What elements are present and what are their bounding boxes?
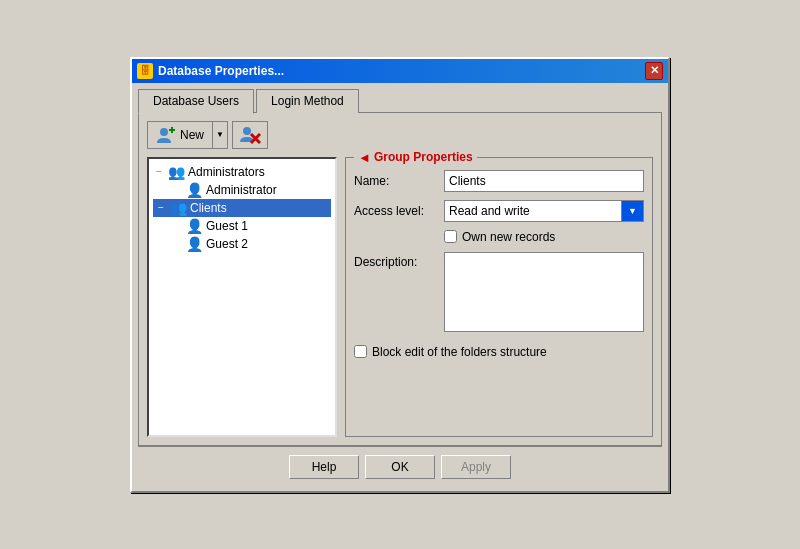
tree-label-administrator: Administrator: [206, 183, 277, 197]
arrow-icon: ◄: [358, 150, 371, 165]
access-level-row: Access level: Read only Read and write F…: [354, 200, 644, 222]
window-icon: 🗄: [137, 63, 153, 79]
description-label: Description:: [354, 255, 444, 269]
title-bar: 🗄 Database Properties... ✕: [132, 59, 668, 83]
block-edit-checkbox[interactable]: [354, 345, 367, 358]
expand-icon-clients: −: [155, 202, 167, 213]
description-field-wrap: [444, 252, 644, 335]
help-button[interactable]: Help: [289, 455, 359, 479]
tree-item-administrator[interactable]: 👤 Administrator: [171, 181, 331, 199]
svg-point-0: [160, 128, 168, 136]
tree-item-guest2[interactable]: 👤 Guest 2: [171, 235, 331, 253]
user-icon-guest2: 👤: [186, 236, 203, 252]
tree-children-administrators: 👤 Administrator: [171, 181, 331, 199]
new-button-dropdown[interactable]: ▼: [212, 121, 228, 149]
tree-item-administrators[interactable]: − 👥 Administrators: [153, 163, 331, 181]
tree-label-guest2: Guest 2: [206, 237, 248, 251]
tree-children-clients: 👤 Guest 1 👤 Guest 2: [171, 217, 331, 253]
user-icon-guest1: 👤: [186, 218, 203, 234]
access-level-select-wrap: Read only Read and write Full access ▼: [444, 200, 644, 222]
description-row: Description:: [354, 252, 644, 335]
tab-login-method[interactable]: Login Method: [256, 89, 359, 113]
tree-label-guest1: Guest 1: [206, 219, 248, 233]
apply-button[interactable]: Apply: [441, 455, 511, 479]
database-properties-window: 🗄 Database Properties... ✕ Database User…: [130, 57, 670, 493]
expand-icon: −: [153, 166, 165, 177]
name-input[interactable]: [444, 170, 644, 192]
access-level-label: Access level:: [354, 204, 444, 218]
name-field-wrap: [444, 170, 644, 192]
tab-content: New ▼: [138, 112, 662, 446]
window-body: Database Users Login Method New: [132, 83, 668, 491]
window-title: Database Properties...: [158, 64, 284, 78]
new-button-label: New: [180, 128, 204, 142]
own-records-label: Own new records: [462, 230, 555, 244]
ok-button[interactable]: OK: [365, 455, 435, 479]
main-area: − 👥 Administrators 👤 Administrator −: [147, 157, 653, 437]
group-properties-panel: ◄ Group Properties Name: Access level:: [345, 157, 653, 437]
user-icon: 👤: [186, 182, 203, 198]
access-level-select[interactable]: Read only Read and write Full access: [444, 200, 622, 222]
tree-label-clients: Clients: [190, 201, 227, 215]
tab-database-users[interactable]: Database Users: [138, 89, 254, 114]
footer-buttons: Help OK Apply: [138, 446, 662, 485]
name-row: Name:: [354, 170, 644, 192]
select-dropdown-arrow[interactable]: ▼: [622, 200, 644, 222]
close-button[interactable]: ✕: [645, 62, 663, 80]
tabs-row: Database Users Login Method: [138, 89, 662, 113]
tree-item-clients[interactable]: − 👥 Clients: [153, 199, 331, 217]
delete-icon: [239, 124, 261, 146]
title-bar-left: 🗄 Database Properties...: [137, 63, 284, 79]
own-records-checkbox[interactable]: [444, 230, 457, 243]
new-button[interactable]: New: [147, 121, 212, 149]
own-records-row: Own new records: [444, 230, 644, 244]
toolbar: New ▼: [147, 121, 653, 149]
svg-point-3: [243, 127, 251, 135]
access-level-wrap: Read only Read and write Full access ▼: [444, 200, 644, 222]
new-button-group: New ▼: [147, 121, 228, 149]
name-label: Name:: [354, 174, 444, 188]
new-user-icon: [156, 125, 176, 145]
tree-item-guest1[interactable]: 👤 Guest 1: [171, 217, 331, 235]
description-input[interactable]: [444, 252, 644, 332]
group-properties-header: ◄ Group Properties: [354, 150, 477, 165]
block-edit-label: Block edit of the folders structure: [372, 345, 547, 359]
group-icon-clients: 👥: [170, 200, 187, 216]
tree-label-administrators: Administrators: [188, 165, 265, 179]
tree-panel: − 👥 Administrators 👤 Administrator −: [147, 157, 337, 437]
block-edit-row: Block edit of the folders structure: [354, 345, 644, 359]
group-icon: 👥: [168, 164, 185, 180]
delete-button[interactable]: [232, 121, 268, 149]
